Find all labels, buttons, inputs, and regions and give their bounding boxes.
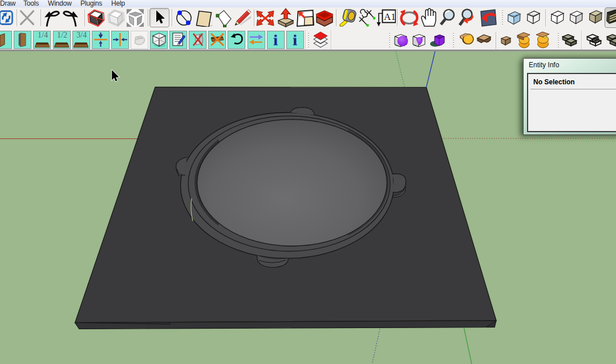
svg-text:i: i: [273, 32, 277, 48]
svg-text:i: i: [293, 32, 297, 48]
svg-text:A1: A1: [384, 11, 396, 22]
